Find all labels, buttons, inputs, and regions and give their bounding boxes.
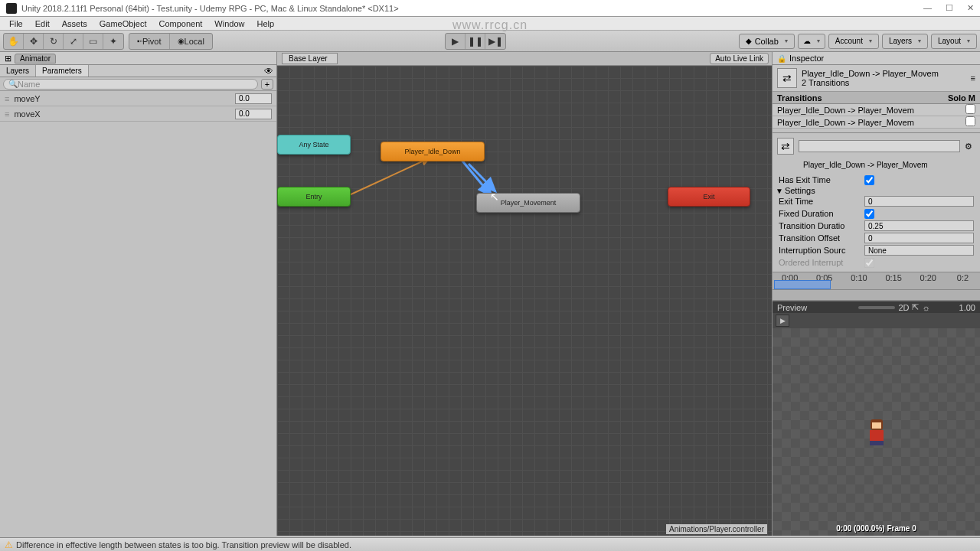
ordered-interrupt-checkbox <box>864 258 874 268</box>
move-tool[interactable]: ✥ <box>24 34 44 49</box>
menu-edit[interactable]: Edit <box>31 19 54 28</box>
cloud-button[interactable]: ☁ <box>798 34 825 49</box>
node-any-state[interactable]: Any State <box>277 135 351 155</box>
transition-name-label: Player_Idle_Down -> Player_Movem <box>773 159 980 174</box>
scale-tool[interactable]: ⤢ <box>64 34 83 49</box>
node-entry[interactable]: Entry <box>277 187 351 207</box>
transition-name-field-row: ⇄ ⚙ <box>777 138 975 155</box>
layout-dropdown[interactable]: Layout <box>931 34 977 49</box>
inspector-tab[interactable]: Inspector <box>789 54 824 63</box>
node-exit[interactable]: Exit <box>668 187 750 207</box>
titlebar: Unity 2018.2.11f1 Personal (64bit) - Tes… <box>0 0 980 17</box>
preview-header: Preview 2D ⇱ ☼ 1.00 <box>773 301 980 313</box>
collab-dropdown[interactable]: ◆ Collab <box>739 34 795 49</box>
main-area: ⊞ Animator Layers Parameters 👁 🔍 Name + … <box>0 52 980 536</box>
step-button[interactable]: ▶❚ <box>485 34 505 49</box>
statusbar-message: Difference in effective length between s… <box>16 540 351 549</box>
svg-line-3 <box>461 159 492 196</box>
transition-list-item[interactable]: Player_Idle_Down -> Player_Movem <box>773 104 980 116</box>
breadcrumb-item[interactable]: Base Layer <box>282 53 338 64</box>
timeline-range[interactable] <box>774 280 831 289</box>
param-value-input[interactable] <box>235 93 272 104</box>
menubar: File Edit Assets GameObject Component Wi… <box>0 17 980 31</box>
gear-icon[interactable]: ⚙ <box>965 142 975 152</box>
animator-tab[interactable]: Animator <box>15 54 56 64</box>
menu-window[interactable]: Window <box>210 19 249 28</box>
visibility-icon[interactable]: 👁 <box>264 66 273 77</box>
rect-tool[interactable]: ▭ <box>83 34 103 49</box>
add-parameter-button[interactable]: + <box>261 79 273 90</box>
play-button[interactable]: ▶ <box>446 34 466 49</box>
transition-timeline[interactable]: 0:000:050:100:150:200:2 <box>773 272 980 290</box>
minimize-button[interactable]: — <box>923 3 932 13</box>
local-toggle[interactable]: ◉ Local <box>170 34 212 49</box>
timeline-scroll[interactable] <box>773 290 980 301</box>
inspector-panel: 🔒 Inspector ⇄ Player_Idle_Down -> Player… <box>772 52 980 536</box>
transition-offset-row: Transition Offset <box>773 232 980 244</box>
transition-offset-input[interactable] <box>864 233 974 243</box>
preview-label: Preview <box>777 303 807 312</box>
layers-subtab[interactable]: Layers <box>0 65 36 77</box>
drag-handle-icon[interactable]: ≡ <box>5 94 9 103</box>
svg-line-2 <box>348 158 430 196</box>
pivot-toggle[interactable]: ▪▫ Pivot <box>129 34 170 49</box>
animator-graph[interactable]: Any State Player_Idle_Down Entry Player_… <box>277 66 772 536</box>
close-button[interactable]: ✕ <box>967 3 974 13</box>
lock-icon[interactable]: 🔒 <box>777 54 786 63</box>
menu-file[interactable]: File <box>5 19 28 28</box>
transform-tool[interactable]: ✦ <box>103 34 123 49</box>
unity-icon <box>6 3 17 14</box>
pause-button[interactable]: ❚❚ <box>466 34 485 49</box>
preview-2d-toggle[interactable]: 2D <box>898 303 909 312</box>
auto-live-link-toggle[interactable]: Auto Live Link <box>710 53 769 64</box>
preview-play-button[interactable]: ▶ <box>776 315 789 327</box>
animator-tab-row: ⊞ Animator <box>0 52 276 65</box>
parameters-subtab[interactable]: Parameters <box>36 65 89 77</box>
inspector-tab-row: 🔒 Inspector <box>773 52 980 65</box>
settings-menu-icon[interactable]: ≡ <box>971 73 975 83</box>
transition-name-input[interactable] <box>799 140 960 152</box>
transition-icon: ⇄ <box>777 138 794 155</box>
menu-assets[interactable]: Assets <box>57 19 92 28</box>
transition-icon: ⇄ <box>777 68 797 88</box>
account-dropdown[interactable]: Account <box>828 34 879 49</box>
animator-tab-icon: ⊞ <box>5 54 11 64</box>
has-exit-time-checkbox[interactable] <box>864 175 874 185</box>
transition-duration-row: Transition Duratio <box>773 220 980 232</box>
hand-tool[interactable]: ✋ <box>4 34 24 49</box>
preview-status: 0:00 (000.0%) Frame 0 <box>773 524 980 533</box>
asset-path: Animations/Player.controller <box>666 524 767 534</box>
preview-slider[interactable] <box>858 306 895 309</box>
window-title: Unity 2018.2.11f1 Personal (64bit) - Tes… <box>21 4 923 13</box>
interruption-source-row: Interruption Sourc <box>773 244 980 256</box>
preview-controls: ▶ <box>773 313 980 328</box>
transition-duration-input[interactable] <box>864 220 974 231</box>
param-value-input[interactable] <box>235 109 272 119</box>
maximize-button[interactable]: ☐ <box>946 3 953 13</box>
play-controls: ▶ ❚❚ ▶❚ <box>445 33 506 50</box>
statusbar: ⚠ Difference in effective length between… <box>0 537 980 551</box>
settings-foldout[interactable]: ▼ Settings <box>773 186 980 195</box>
preview-light-icon[interactable]: ☼ <box>922 303 929 312</box>
menu-gameobject[interactable]: GameObject <box>95 19 152 28</box>
warning-icon: ⚠ <box>5 540 13 550</box>
preview-viewport[interactable]: 0:00 (000.0%) Frame 0 <box>773 328 980 536</box>
menu-component[interactable]: Component <box>154 19 207 28</box>
drag-handle-icon[interactable]: ≡ <box>5 109 9 119</box>
transition-list-item[interactable]: Player_Idle_Down -> Player_Movem <box>773 116 980 129</box>
param-row-movex[interactable]: ≡ moveX <box>0 106 276 122</box>
layers-dropdown[interactable]: Layers <box>882 34 928 49</box>
pivot-group: ▪▫ Pivot ◉ Local <box>129 33 213 50</box>
fixed-duration-checkbox[interactable] <box>864 209 874 219</box>
character-sprite <box>866 419 887 445</box>
exit-time-input[interactable] <box>864 196 974 207</box>
param-row-movey[interactable]: ≡ moveY <box>0 91 276 106</box>
param-search-input[interactable]: 🔍 Name <box>3 79 258 90</box>
solo-checkbox[interactable] <box>965 104 975 114</box>
solo-checkbox[interactable] <box>965 116 975 126</box>
node-idle-down[interactable]: Player_Idle_Down <box>381 142 485 161</box>
interruption-source-select[interactable] <box>864 245 974 256</box>
preview-pivot-icon[interactable]: ⇱ <box>912 302 919 312</box>
rotate-tool[interactable]: ↻ <box>44 34 64 49</box>
menu-help[interactable]: Help <box>252 19 279 28</box>
